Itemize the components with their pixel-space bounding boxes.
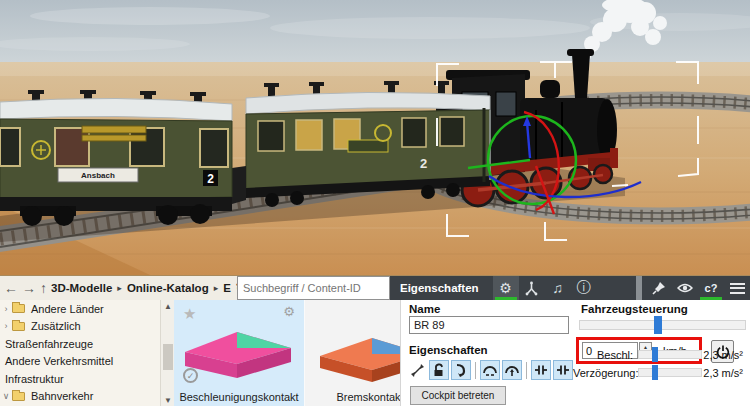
- tile-label: Bremskontakt: [305, 391, 400, 403]
- decel-value: 2,3 m/s²: [687, 367, 743, 379]
- panel-toolbar: ← → ↑ 3D-Modelle ▸ Online-Katalog ▸ E ↻ …: [0, 276, 750, 300]
- coach1-class-badge: 2: [207, 172, 214, 186]
- coupling-front-button[interactable]: [531, 360, 551, 380]
- properties-panel: Name Eigenschaften: [400, 300, 750, 406]
- move-object-button[interactable]: [407, 360, 427, 380]
- cockpit-betreten-button[interactable]: Cockpit betreten: [410, 386, 506, 405]
- tree-item-label: Andere Verkehrsmittel: [5, 355, 113, 367]
- name-input[interactable]: [409, 316, 569, 334]
- beschl-label: Beschl:: [573, 349, 633, 361]
- coupling-mode-button[interactable]: c?: [698, 276, 724, 300]
- pin-button[interactable]: [646, 276, 672, 300]
- speed-slider[interactable]: [579, 320, 746, 330]
- icon-separator: [475, 362, 476, 379]
- passenger-coach-2[interactable]: 2: [232, 81, 490, 207]
- installed-check-icon: ✓: [183, 368, 198, 383]
- chevron-right-icon[interactable]: ›: [0, 304, 12, 314]
- tile-gear-icon[interactable]: ⚙: [283, 304, 295, 319]
- folder-tree: › Andere Länder › Zusätzlich Straßenfahr…: [0, 300, 160, 406]
- catalog-navbar: ← → ↑ 3D-Modelle ▸ Online-Katalog ▸ E ↻: [0, 276, 237, 300]
- icon-separator: [526, 362, 527, 379]
- forward-button[interactable]: →: [22, 281, 36, 295]
- scroll-up-icon[interactable]: ▲: [161, 300, 175, 313]
- pantograph-up-button[interactable]: [502, 360, 522, 380]
- folder-icon: [12, 392, 25, 401]
- hook-icon: [454, 363, 468, 377]
- scrollbar-thumb[interactable]: [163, 344, 173, 370]
- dome-arrows-icon: [482, 363, 498, 377]
- breadcrumb-item-3[interactable]: E: [223, 282, 231, 294]
- properties-tab-bar: Eigenschaften ⚙ ♫ ⓘ: [390, 276, 750, 300]
- 3d-viewport[interactable]: 2: [0, 0, 750, 275]
- tree-item-bahnverkehr[interactable]: ∨ Bahnverkehr: [0, 388, 160, 406]
- tile-beschleunigungskontakt[interactable]: ★ ⚙ ✓ Beschleunigungskontakt: [174, 300, 304, 406]
- pantograph-down-button[interactable]: [480, 360, 500, 380]
- bottom-panel: ← → ↑ 3D-Modelle ▸ Online-Katalog ▸ E ↻ …: [0, 275, 750, 406]
- object-axes-tab[interactable]: [519, 276, 545, 300]
- eigenschaften-label: Eigenschaften: [409, 344, 488, 356]
- decel-slider-handle[interactable]: [652, 365, 658, 380]
- tree-item-label: Straßenfahrzeuge: [5, 338, 93, 350]
- breadcrumb-separator: ▸: [213, 283, 220, 293]
- model-catalog: ★ ⚙ ✓ Beschleunigungskontakt B: [174, 300, 400, 406]
- sound-tab[interactable]: ♫: [545, 276, 571, 300]
- visibility-button[interactable]: [672, 276, 698, 300]
- tree-item-andere-verkehrsmittel[interactable]: Andere Verkehrsmittel: [0, 353, 160, 371]
- menu-button[interactable]: [724, 276, 750, 300]
- music-note-icon: ♫: [552, 280, 563, 296]
- search-input[interactable]: [238, 282, 390, 294]
- tree-item-strassenfahrzeuge[interactable]: Straßenfahrzeuge: [0, 335, 160, 353]
- tree-item-label: Bahnverkehr: [31, 390, 93, 402]
- property-icon-row: [407, 359, 573, 381]
- name-label: Name: [409, 303, 440, 315]
- info-tab[interactable]: ⓘ: [571, 276, 597, 300]
- app-window: 2: [0, 0, 750, 406]
- accel-value: 2,3 m/s²: [687, 349, 743, 361]
- speed-slider-handle[interactable]: [654, 316, 662, 334]
- dome-up-arrow-icon: [504, 363, 520, 377]
- coupling-rear-button[interactable]: [553, 360, 573, 380]
- chevron-down-icon[interactable]: ∨: [0, 391, 12, 401]
- hamburger-icon: [730, 283, 745, 294]
- tree-item-infrastruktur[interactable]: Infrastruktur: [0, 370, 160, 388]
- accel-slider-handle[interactable]: [652, 347, 658, 362]
- favorite-star-icon[interactable]: ★: [183, 305, 196, 323]
- tile-label: Beschleunigungskontakt: [174, 391, 304, 403]
- unlock-button[interactable]: [429, 360, 449, 380]
- chevron-right-icon[interactable]: ›: [0, 321, 12, 331]
- hook-button[interactable]: [451, 360, 471, 380]
- pin-icon: [652, 281, 666, 295]
- model-preview-wedge-orange: [310, 326, 400, 386]
- back-button[interactable]: ←: [4, 281, 18, 295]
- eye-icon: [677, 282, 693, 294]
- tree-item-label: Andere Länder: [31, 303, 104, 315]
- info-icon: ⓘ: [577, 279, 591, 297]
- properties-tab-title: Eigenschaften: [390, 282, 493, 294]
- breadcrumb-item-1[interactable]: 3D-Modelle: [51, 282, 112, 294]
- tree-scrollbar[interactable]: ▲ ▼: [160, 300, 174, 406]
- up-button[interactable]: ↑: [40, 281, 47, 295]
- folder-icon: [12, 322, 25, 331]
- axes-icon: [524, 281, 539, 296]
- tree-item-andere-laender[interactable]: › Andere Länder: [0, 300, 160, 318]
- passenger-coach-1[interactable]: Ansbach 2: [0, 90, 232, 226]
- properties-gear-tab[interactable]: ⚙: [493, 276, 519, 300]
- coach1-destination-sign: Ansbach: [81, 171, 115, 180]
- scroll-down-icon[interactable]: ▼: [161, 394, 175, 406]
- tree-item-zusaetzlich[interactable]: › Zusätzlich: [0, 318, 160, 336]
- tree-item-label: Zusätzlich: [31, 320, 81, 332]
- gear-icon: ⚙: [499, 280, 512, 296]
- open-lock-icon: [432, 363, 446, 377]
- coupling-icon: [534, 364, 549, 376]
- breadcrumb-item-2[interactable]: Online-Katalog: [127, 282, 209, 294]
- 3d-scene: 2: [0, 0, 750, 275]
- coupling-icon: [556, 364, 571, 376]
- coupling-icon: c?: [705, 282, 718, 294]
- toolbar-divider: [636, 276, 642, 300]
- tree-item-label: Infrastruktur: [5, 373, 64, 385]
- folder-icon: [12, 304, 25, 313]
- search-box: [237, 276, 390, 300]
- fahrzeugsteuerung-title: Fahrzeugsteuerung: [581, 303, 688, 315]
- tile-bremskontakt[interactable]: Bremskontakt: [305, 300, 400, 406]
- verzoegerung-label: Verzögerung:: [573, 367, 633, 379]
